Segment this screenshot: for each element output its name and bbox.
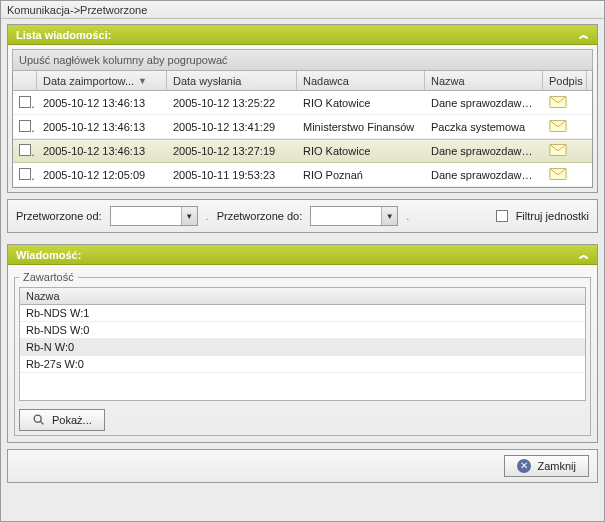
table-row[interactable]: 2005-10-12 13:46:132005-10-12 13:41:29Mi… [13,115,592,139]
sort-desc-icon: ▼ [138,76,147,86]
cell-signature [543,96,587,110]
group-by-hint[interactable]: Upuść nagłówek kolumny aby pogrupować [12,49,593,71]
filter-to-label: Przetworzone do: [217,210,303,222]
show-button-label: Pokaż... [52,414,92,426]
cell-imported: 2005-10-12 13:46:13 [37,121,167,133]
filter-from-field[interactable] [111,207,181,225]
filter-units-label: Filtruj jednostki [516,210,589,222]
chevron-up-icon[interactable]: ︽ [579,248,589,262]
window: Komunikacja->Przetworzone Lista wiadomoś… [0,0,605,522]
cell-name: Dane sprawozdawcze [425,169,543,181]
close-button-label: Zamknij [537,460,576,472]
cell-sent: 2005-10-12 13:41:29 [167,121,297,133]
column-sent[interactable]: Data wysłania [167,71,297,90]
breadcrumb: Komunikacja->Przetworzone [1,1,604,19]
cell-sender: RIO Poznań [297,169,425,181]
filter-bar: Przetworzone od: ▼ . Przetworzone do: ▼ … [7,199,598,233]
cell-signature [543,120,587,134]
cell-imported: 2005-10-12 13:46:13 [37,145,167,157]
contents-legend: Zawartość [19,271,78,283]
cell-sender: Ministerstwo Finansów [297,121,425,133]
dropdown-icon[interactable]: ▼ [181,207,197,225]
close-icon: ✕ [517,459,531,473]
close-button[interactable]: ✕ Zamknij [504,455,589,477]
column-imported-label: Data zaimportow... [43,75,134,87]
cell-name: Dane sprawozdawcze [425,145,543,157]
messages-grid: Data zaimportow... ▼ Data wysłania Nadaw… [12,71,593,188]
message-panel: Wiadomość: ︽ Zawartość Nazwa Rb-NDS W:1R… [7,244,598,443]
envelope-icon [549,146,567,158]
svg-line-5 [40,421,43,424]
message-panel-title: Wiadomość: [16,249,81,261]
row-checkbox[interactable] [19,96,31,108]
row-checkbox[interactable] [19,144,31,156]
grid-body: 2005-10-12 13:46:132005-10-12 13:25:22RI… [13,91,592,187]
cell-name: Dane sprawozdawcze [425,97,543,109]
filter-units-checkbox[interactable] [496,210,508,222]
contents-fieldset: Zawartość Nazwa Rb-NDS W:1Rb-NDS W:0Rb-N… [14,271,591,436]
envelope-icon [549,170,567,182]
cell-imported: 2005-10-12 12:05:09 [37,169,167,181]
filter-from-input[interactable]: ▼ [110,206,198,226]
message-panel-header[interactable]: Wiadomość: ︽ [8,245,597,265]
list-item[interactable]: Rb-N W:0 [20,339,585,356]
list-item[interactable]: Rb-27s W:0 [20,356,585,373]
cell-sender: RIO Katowice [297,145,425,157]
envelope-icon [549,122,567,134]
list-item[interactable]: Rb-NDS W:1 [20,305,585,322]
filter-from-label: Przetworzone od: [16,210,102,222]
column-name[interactable]: Nazwa [425,71,543,90]
message-list-title: Lista wiadomości: [16,29,111,41]
row-checkbox[interactable] [19,120,31,132]
grid-header: Data zaimportow... ▼ Data wysłania Nadaw… [13,71,592,91]
dropdown-icon[interactable]: ▼ [381,207,397,225]
show-button[interactable]: Pokaż... [19,409,105,431]
magnifier-icon [32,413,46,427]
separator-dot: . [206,210,209,222]
column-signature[interactable]: Podpis [543,71,587,90]
column-imported[interactable]: Data zaimportow... ▼ [37,71,167,90]
message-list-header[interactable]: Lista wiadomości: ︽ [8,25,597,45]
filter-to-field[interactable] [311,207,381,225]
list-item[interactable]: Rb-NDS W:0 [20,322,585,339]
cell-signature [543,168,587,182]
cell-sender: RIO Katowice [297,97,425,109]
row-checkbox[interactable] [19,168,31,180]
table-row[interactable]: 2005-10-12 12:05:092005-10-11 19:53:23RI… [13,163,592,187]
contents-column-name[interactable]: Nazwa [19,287,586,305]
cell-imported: 2005-10-12 13:46:13 [37,97,167,109]
message-list-panel: Lista wiadomości: ︽ Upuść nagłówek kolum… [7,24,598,193]
filter-to-input[interactable]: ▼ [310,206,398,226]
cell-sent: 2005-10-12 13:25:22 [167,97,297,109]
separator-dot: . [406,210,409,222]
dialog-footer: ✕ Zamknij [7,449,598,483]
column-sender[interactable]: Nadawca [297,71,425,90]
cell-sent: 2005-10-11 19:53:23 [167,169,297,181]
table-row[interactable]: 2005-10-12 13:46:132005-10-12 13:27:19RI… [13,139,592,163]
contents-list[interactable]: Rb-NDS W:1Rb-NDS W:0Rb-N W:0Rb-27s W:0 [19,305,586,401]
envelope-icon [549,98,567,110]
cell-sent: 2005-10-12 13:27:19 [167,145,297,157]
chevron-up-icon[interactable]: ︽ [579,28,589,42]
svg-point-4 [34,415,41,422]
cell-name: Paczka systemowa [425,121,543,133]
table-row[interactable]: 2005-10-12 13:46:132005-10-12 13:25:22RI… [13,91,592,115]
cell-signature [543,144,587,158]
column-checkbox[interactable] [13,71,37,90]
